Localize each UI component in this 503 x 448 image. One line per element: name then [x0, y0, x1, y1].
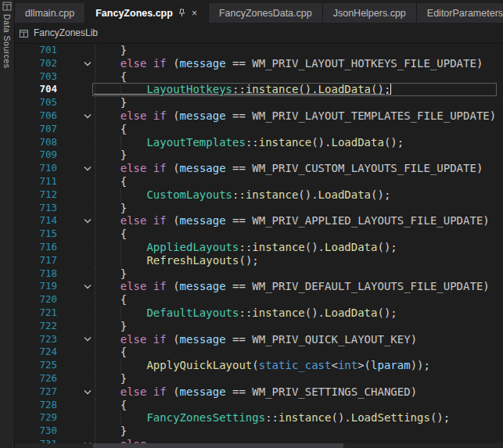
line-number: 708: [15, 136, 57, 149]
code-text: ApplyQuickLayout(static_cast<int>(lparam…: [94, 359, 430, 372]
fold-chevron-icon[interactable]: [81, 162, 94, 175]
fold-chevron-icon[interactable]: [81, 333, 94, 346]
line-number: 718: [15, 267, 57, 281]
line-number: 707: [15, 123, 57, 136]
line-number: 723: [15, 333, 57, 346]
project-icon: [19, 28, 29, 38]
code-text: else if (message == WM_PRIV_CUSTOM_LAYOU…: [94, 162, 483, 175]
fold-margin: [81, 359, 94, 372]
code-line[interactable]: 727 else if (message == WM_PRIV_SETTINGS…: [15, 385, 503, 399]
line-number: 703: [15, 70, 57, 84]
line-number: 720: [15, 293, 57, 306]
code-text: }: [94, 149, 127, 162]
tool-window-tab-data-sources[interactable]: Data Sources: [0, 0, 15, 448]
fold-margin: [81, 44, 94, 57]
fold-chevron-icon[interactable]: [81, 57, 94, 70]
code-text: {: [94, 175, 127, 188]
fold-chevron-icon[interactable]: [81, 280, 94, 293]
fold-margin: [81, 175, 94, 188]
fold-margin: [81, 188, 94, 202]
code-line[interactable]: 713 }: [15, 202, 503, 215]
fold-margin: [81, 306, 94, 320]
line-number: 711: [15, 175, 57, 188]
line-number: 725: [15, 359, 57, 372]
project-dropdown[interactable]: FancyZonesLib: [34, 27, 98, 38]
horizontal-scrollbar[interactable]: [15, 443, 503, 448]
code-line[interactable]: 706 else if (message == WM_PRIV_LAYOUT_T…: [15, 109, 503, 123]
fold-margin: [81, 241, 94, 254]
code-line[interactable]: 719 else if (message == WM_PRIV_DEFAULT_…: [15, 280, 503, 293]
code-line[interactable]: 709 }: [15, 149, 503, 162]
code-line[interactable]: 710 else if (message == WM_PRIV_CUSTOM_L…: [15, 162, 503, 175]
fold-chevron-icon[interactable]: [81, 109, 94, 123]
code-line[interactable]: 704 LayoutHotkeys::instance().LoadData()…: [15, 83, 503, 96]
code-line[interactable]: 712 CustomLayouts::instance().LoadData()…: [15, 188, 503, 202]
code-line[interactable]: 705 }: [15, 96, 503, 109]
code-line[interactable]: 702 else if (message == WM_PRIV_LAYOUT_H…: [15, 57, 503, 70]
close-icon[interactable]: ×: [191, 8, 198, 19]
line-number: 722: [15, 320, 57, 333]
code-line[interactable]: 716 AppliedLayouts::instance().LoadData(…: [15, 241, 503, 254]
tool-window-tab-label: Data Sources: [2, 14, 12, 69]
code-text: {: [94, 123, 127, 136]
code-line[interactable]: 721 DefaultLayouts::instance().LoadData(…: [15, 306, 503, 320]
code-text: }: [94, 202, 127, 215]
line-number: 709: [15, 149, 57, 162]
editor-group: dllmain.cppFancyZones.cpp×FancyZonesData…: [15, 0, 503, 448]
code-text: RefreshLayouts();: [94, 254, 259, 267]
fold-margin: [81, 425, 94, 438]
code-line[interactable]: 718 }: [15, 267, 503, 281]
code-text: AppliedLayouts::instance().LoadData();: [94, 241, 397, 254]
code-line[interactable]: 729 FancyZonesSettings::instance().LoadS…: [15, 411, 503, 425]
code-text: CustomLayouts::instance().LoadData();: [94, 188, 390, 202]
line-number: 710: [15, 162, 57, 175]
fold-margin: [81, 83, 94, 96]
code-line[interactable]: 717 RefreshLayouts();: [15, 254, 503, 267]
fold-margin: [81, 372, 94, 385]
code-line[interactable]: 707 {: [15, 123, 503, 136]
fold-margin: [81, 123, 94, 136]
code-line[interactable]: 708 LayoutTemplates::instance().LoadData…: [15, 136, 503, 149]
tab-EditorParameters[interactable]: EditorParameters: [417, 3, 503, 23]
code-text: {: [94, 293, 127, 306]
line-number: 706: [15, 109, 57, 123]
fold-margin: [81, 346, 94, 359]
code-line[interactable]: 725 ApplyQuickLayout(static_cast<int>(lp…: [15, 359, 503, 372]
code-text: LayoutHotkeys::instance().LoadData();: [94, 83, 391, 96]
pin-icon[interactable]: [178, 9, 186, 17]
line-number: 714: [15, 214, 57, 228]
code-text: }: [94, 96, 127, 109]
code-line[interactable]: 720 {: [15, 293, 503, 306]
code-line[interactable]: 711 {: [15, 175, 503, 188]
code-line[interactable]: 714 else if (message == WM_PRIV_APPLIED_…: [15, 214, 503, 228]
fold-margin: [81, 320, 94, 333]
fold-margin: [81, 136, 94, 149]
line-number: 724: [15, 346, 57, 359]
fold-chevron-icon[interactable]: [81, 214, 94, 228]
line-number: 701: [15, 44, 57, 57]
tab-FancyZonesData.cpp[interactable]: FancyZonesData.cpp: [209, 3, 323, 23]
line-number: 704: [15, 83, 57, 96]
line-number: 730: [15, 425, 57, 438]
code-line[interactable]: 726 }: [15, 372, 503, 385]
code-line[interactable]: 730 }: [15, 425, 503, 438]
line-number: 717: [15, 254, 57, 267]
fold-chevron-icon[interactable]: [81, 385, 94, 399]
code-line[interactable]: 724 {: [15, 346, 503, 359]
code-line[interactable]: 728 {: [15, 399, 503, 412]
code-line[interactable]: 722 }: [15, 320, 503, 333]
tab-JsonHelpers.cpp[interactable]: JsonHelpers.cpp: [323, 3, 417, 23]
code-line[interactable]: 701 }: [15, 44, 503, 57]
code-text: }: [94, 44, 127, 57]
code-text: {: [94, 228, 127, 241]
code-text: LayoutTemplates::instance().LoadData();: [94, 136, 404, 149]
code-text: else if (message == WM_PRIV_QUICK_LAYOUT…: [94, 333, 417, 346]
code-line[interactable]: 723 else if (message == WM_PRIV_QUICK_LA…: [15, 333, 503, 346]
line-number: 726: [15, 372, 57, 385]
code-line[interactable]: 715 {: [15, 228, 503, 241]
scrollbar-thumb[interactable]: [93, 443, 343, 448]
tab-FancyZones.cpp[interactable]: FancyZones.cpp×: [85, 3, 209, 23]
code-line[interactable]: 703 {: [15, 70, 503, 84]
tab-dllmain.cpp[interactable]: dllmain.cpp: [15, 3, 85, 23]
fold-margin: [81, 70, 94, 84]
